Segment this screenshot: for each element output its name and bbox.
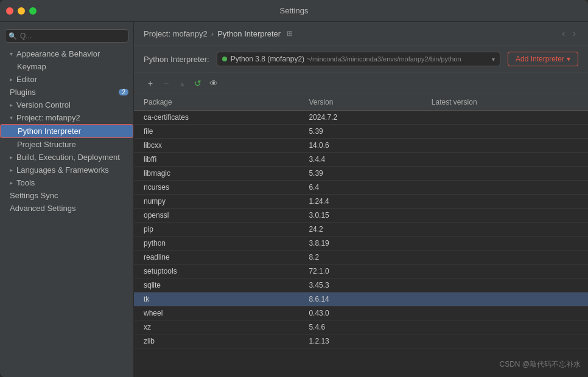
pin-icon: ⊞ bbox=[287, 29, 293, 38]
breadcrumb: Project: mofanpy2 › Python Interpreter ⊞ bbox=[144, 29, 293, 44]
chevron-icon: ▸ bbox=[10, 179, 13, 186]
table-row[interactable]: openssl3.0.15 bbox=[134, 209, 588, 223]
cell-version: 24.2 bbox=[299, 223, 421, 237]
watermark: CSDN @敲代码不忘补水 bbox=[499, 359, 581, 370]
cell-package: pip bbox=[134, 223, 299, 237]
table-row[interactable]: wheel0.43.0 bbox=[134, 306, 588, 320]
table-row[interactable]: libmagic5.39 bbox=[134, 167, 588, 181]
cell-latest bbox=[422, 237, 588, 251]
table-row[interactable]: file5.39 bbox=[134, 125, 588, 139]
cell-version: 6.4 bbox=[299, 181, 421, 195]
table-row[interactable]: pip24.2 bbox=[134, 223, 588, 237]
cell-version: 2024.7.2 bbox=[299, 111, 421, 125]
interpreter-select[interactable]: Python 3.8 (mofanpy2) ~/minconda3/minico… bbox=[217, 52, 500, 66]
cell-latest bbox=[422, 292, 588, 306]
table-row[interactable]: xz5.4.6 bbox=[134, 320, 588, 334]
window-title: Settings bbox=[280, 6, 309, 15]
cell-latest bbox=[422, 251, 588, 265]
sidebar-item-settings-sync[interactable]: Settings Sync bbox=[0, 189, 133, 202]
sidebar-item-appearance[interactable]: ▾Appearance & Behavior bbox=[0, 47, 133, 60]
settings-window: Settings 🔍 ▾Appearance & BehaviorKeymap▸… bbox=[0, 0, 588, 377]
packages-table: Package Version Latest version ca-certif… bbox=[134, 94, 588, 348]
sidebar-item-version-control[interactable]: ▸Version Control bbox=[0, 99, 133, 111]
close-button[interactable] bbox=[6, 7, 13, 15]
sidebar-item-editor[interactable]: ▸Editor bbox=[0, 73, 133, 86]
sidebar-item-plugins[interactable]: Plugins2 bbox=[0, 86, 133, 99]
table-row[interactable]: sqlite3.45.3 bbox=[134, 278, 588, 292]
cell-version: 0.43.0 bbox=[299, 306, 421, 320]
content-header: Project: mofanpy2 › Python Interpreter ⊞… bbox=[134, 22, 588, 46]
col-version: Version bbox=[299, 94, 421, 111]
cell-package: sqlite bbox=[134, 278, 299, 292]
packages-toolbar: + − ▴ ↺ 👁 bbox=[134, 73, 588, 94]
chevron-icon: ▾ bbox=[10, 114, 13, 121]
sidebar-item-languages-frameworks[interactable]: ▸Languages & Frameworks bbox=[0, 164, 133, 176]
table-row[interactable]: tk8.6.14 bbox=[134, 292, 588, 306]
sidebar-item-python-interpreter[interactable]: Python Interpreter bbox=[0, 124, 133, 138]
sidebar-item-project-mofanpy2[interactable]: ▾Project: mofanpy2 bbox=[0, 111, 133, 124]
sidebar-item-label: Keymap bbox=[17, 62, 46, 71]
cell-latest bbox=[422, 306, 588, 320]
cell-version: 3.45.3 bbox=[299, 278, 421, 292]
interpreter-dropdown-arrow: ▾ bbox=[492, 56, 495, 63]
search-input[interactable] bbox=[5, 29, 128, 43]
view-options-button[interactable]: 👁 bbox=[207, 77, 220, 90]
cell-latest bbox=[422, 278, 588, 292]
cell-latest bbox=[422, 223, 588, 237]
remove-package-button[interactable]: − bbox=[159, 77, 173, 90]
traffic-lights bbox=[6, 7, 37, 15]
cell-package: readline bbox=[134, 251, 299, 265]
cell-version: 72.1.0 bbox=[299, 265, 421, 278]
table-row[interactable]: readline8.2 bbox=[134, 251, 588, 265]
cell-latest bbox=[422, 181, 588, 195]
table-row[interactable]: ca-certificates2024.7.2 bbox=[134, 111, 588, 125]
packages-tbody: ca-certificates2024.7.2file5.39libcxx14.… bbox=[134, 111, 588, 348]
table-row[interactable]: libffi3.4.4 bbox=[134, 153, 588, 167]
table-row[interactable]: setuptools72.1.0 bbox=[134, 265, 588, 278]
minimize-button[interactable] bbox=[18, 7, 25, 15]
cell-package: setuptools bbox=[134, 265, 299, 278]
sidebar-item-label: Project Structure bbox=[17, 140, 76, 149]
cell-latest bbox=[422, 265, 588, 278]
add-interpreter-button[interactable]: Add Interpreter ▾ bbox=[508, 52, 578, 66]
cell-latest bbox=[422, 334, 588, 348]
sidebar-item-build-execution[interactable]: ▸Build, Execution, Deployment bbox=[0, 151, 133, 164]
packages-table-container: Package Version Latest version ca-certif… bbox=[134, 94, 588, 377]
breadcrumb-separator: › bbox=[211, 29, 214, 38]
table-row[interactable]: ncurses6.4 bbox=[134, 181, 588, 195]
search-box[interactable]: 🔍 bbox=[5, 29, 128, 43]
interpreter-label: Python Interpreter: bbox=[144, 55, 209, 64]
add-package-button[interactable]: + bbox=[144, 77, 157, 90]
cell-version: 1.2.13 bbox=[299, 334, 421, 348]
refresh-packages-button[interactable]: ↺ bbox=[191, 77, 205, 90]
upgrade-package-button[interactable]: ▴ bbox=[175, 77, 189, 90]
table-row[interactable]: numpy1.24.4 bbox=[134, 195, 588, 209]
titlebar: Settings bbox=[0, 0, 588, 22]
sidebar-item-label: Build, Execution, Deployment bbox=[16, 153, 120, 162]
nav-forward-arrow[interactable]: › bbox=[570, 28, 578, 39]
sidebar-item-label: Languages & Frameworks bbox=[16, 165, 109, 175]
cell-latest bbox=[422, 111, 588, 125]
cell-latest bbox=[422, 209, 588, 223]
add-interpreter-label: Add Interpreter bbox=[516, 55, 564, 63]
sidebar-item-label: Tools bbox=[16, 178, 35, 187]
table-row[interactable]: libcxx14.0.6 bbox=[134, 139, 588, 153]
cell-package: file bbox=[134, 125, 299, 139]
cell-version: 5.39 bbox=[299, 125, 421, 139]
col-latest: Latest version bbox=[422, 94, 588, 111]
nav-back-arrow[interactable]: ‹ bbox=[559, 28, 567, 39]
sidebar-item-advanced-settings[interactable]: Advanced Settings bbox=[0, 202, 133, 215]
sidebar-item-tools[interactable]: ▸Tools bbox=[0, 176, 133, 189]
cell-package: libcxx bbox=[134, 139, 299, 153]
maximize-button[interactable] bbox=[29, 7, 37, 15]
sidebar-item-keymap[interactable]: Keymap bbox=[0, 60, 133, 73]
cell-package: zlib bbox=[134, 334, 299, 348]
sidebar-item-project-structure[interactable]: Project Structure bbox=[0, 138, 133, 151]
sidebar-items-container: ▾Appearance & BehaviorKeymap▸EditorPlugi… bbox=[0, 47, 133, 215]
cell-latest bbox=[422, 320, 588, 334]
table-row[interactable]: python3.8.19 bbox=[134, 237, 588, 251]
table-row[interactable]: zlib1.2.13 bbox=[134, 334, 588, 348]
cell-latest bbox=[422, 125, 588, 139]
content-panel: Project: mofanpy2 › Python Interpreter ⊞… bbox=[134, 22, 588, 377]
sidebar-item-label: Version Control bbox=[16, 100, 71, 109]
